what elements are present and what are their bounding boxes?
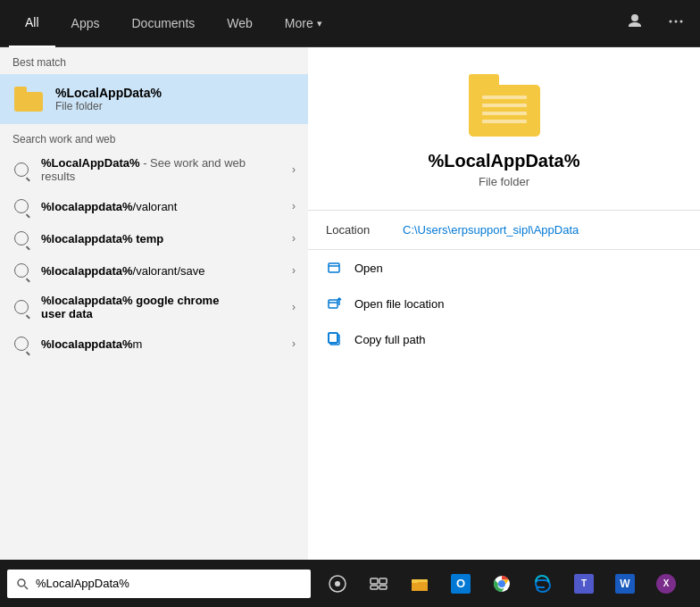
search-item-4[interactable]: %localappdata%/valorant/save › — [0, 254, 308, 287]
search-chevron-4: › — [292, 264, 296, 277]
tab-documents-label: Documents — [131, 16, 195, 30]
search-circle-icon-4 — [14, 263, 29, 278]
edge-button[interactable] — [523, 560, 562, 607]
tab-web[interactable]: Web — [211, 0, 269, 47]
location-label: Location — [326, 223, 388, 237]
right-panel: %LocalAppData% File folder Location C:\U… — [308, 47, 700, 607]
svg-rect-4 — [329, 300, 338, 308]
stripe-4 — [482, 120, 527, 123]
svg-line-9 — [25, 586, 29, 589]
search-icon-4 — [12, 262, 30, 279]
stripe-2 — [482, 104, 527, 107]
search-item-5[interactable]: %localappdata% google chromeuser data › — [0, 287, 308, 328]
tab-more-label: More — [285, 16, 313, 30]
top-nav: All Apps Documents Web More ▾ — [0, 0, 700, 47]
main-area: Best match %LocalAppData% File folder Se… — [0, 47, 700, 607]
more-chevron-icon: ▾ — [317, 18, 322, 29]
result-folder-back — [469, 85, 540, 137]
tab-all-label: All — [25, 15, 39, 29]
tab-apps[interactable]: Apps — [55, 0, 116, 47]
search-icon-2 — [12, 197, 30, 215]
svg-rect-15 — [379, 586, 387, 589]
search-item-2[interactable]: %localappdata%/valorant › — [0, 190, 308, 222]
result-subtitle: File folder — [479, 175, 529, 188]
best-match-folder-icon — [12, 83, 45, 115]
multidesktop-button[interactable] — [359, 560, 398, 607]
best-match-label: Best match — [0, 47, 308, 74]
tab-web-label: Web — [227, 16, 253, 30]
app-x-icon: X — [656, 574, 676, 594]
folder-back — [14, 92, 43, 112]
tab-documents[interactable]: Documents — [115, 0, 211, 47]
svg-rect-14 — [371, 586, 378, 589]
edge-icon — [533, 574, 553, 594]
action-open-file-location[interactable]: Open file location — [308, 286, 700, 321]
search-item-text-1: %LocalAppData% - See work and web result… — [41, 156, 281, 183]
svg-point-1 — [675, 20, 678, 22]
open-file-location-icon — [326, 295, 344, 312]
ellipsis-icon — [668, 13, 684, 29]
taskbar-search-icon — [16, 578, 29, 590]
svg-rect-18 — [412, 579, 418, 583]
teams-button[interactable]: T — [564, 560, 604, 607]
taskbar: %LocalAppData% — [0, 560, 700, 607]
action-copy-full-path[interactable]: Copy full path — [308, 321, 700, 357]
tab-all[interactable]: All — [9, 0, 55, 47]
location-path[interactable]: C:\Users\erpsupport_sipl\AppData — [403, 223, 579, 237]
tab-more[interactable]: More ▾ — [269, 0, 338, 47]
search-chevron-6: › — [292, 337, 296, 350]
user-icon-button[interactable] — [620, 10, 650, 37]
file-explorer-button[interactable] — [400, 560, 439, 607]
svg-point-0 — [670, 20, 672, 22]
search-normal-6: m — [133, 337, 143, 351]
search-icon-6 — [12, 335, 30, 353]
best-match-text: %LocalAppData% File folder — [55, 86, 162, 112]
taskview-button[interactable] — [318, 560, 357, 607]
search-highlight-3: %localappdata% — [41, 232, 133, 245]
search-highlight-1: %LocalAppData% — [41, 156, 140, 170]
open-icon — [326, 259, 344, 277]
search-item-3[interactable]: %localappdata% temp › — [0, 222, 308, 254]
outlook-icon: O — [451, 574, 471, 594]
search-icon-1 — [12, 161, 30, 179]
svg-rect-3 — [329, 263, 339, 272]
taskview-icon — [328, 574, 347, 594]
action-open[interactable]: Open — [308, 250, 700, 286]
search-circle-icon-2 — [14, 199, 29, 213]
svg-point-11 — [335, 581, 340, 586]
action-open-label: Open — [354, 262, 383, 275]
search-circle-icon — [14, 162, 29, 177]
search-chevron-5: › — [292, 301, 296, 313]
nav-right-icons — [620, 10, 691, 37]
search-chevron-2: › — [292, 200, 296, 212]
svg-point-8 — [18, 579, 25, 586]
search-circle-icon-3 — [14, 231, 29, 245]
search-item-text-3: %localappdata% temp — [41, 232, 281, 245]
teams-icon: T — [574, 574, 594, 594]
search-item-6[interactable]: %localappdata%m › — [0, 328, 308, 360]
result-folder-stripes — [482, 96, 527, 129]
outlook-button[interactable]: O — [441, 560, 480, 607]
word-button[interactable]: W — [605, 560, 645, 607]
search-normal-4: /valorant/save — [133, 264, 205, 278]
search-highlight-5: %localappdata% — [41, 294, 133, 307]
result-folder-icon — [469, 74, 540, 137]
search-item-1[interactable]: %LocalAppData% - See work and web result… — [0, 149, 308, 190]
search-normal-2: /valorant — [133, 200, 178, 213]
copy-full-path-icon — [326, 330, 344, 348]
taskbar-search[interactable]: %LocalAppData% — [7, 570, 311, 598]
word-icon: W — [615, 574, 635, 594]
search-icon-5 — [12, 298, 30, 316]
chrome-button[interactable] — [482, 560, 521, 607]
more-options-button[interactable] — [661, 10, 691, 37]
search-highlight-6: %localappdata% — [41, 337, 133, 351]
tab-apps-label: Apps — [71, 16, 100, 30]
location-row: Location C:\Users\erpsupport_sipl\AppDat… — [308, 211, 700, 249]
search-web-label: Search work and web — [0, 124, 308, 149]
chrome-icon — [492, 574, 512, 594]
search-highlight-2: %localappdata% — [41, 200, 133, 213]
best-match-item[interactable]: %LocalAppData% File folder — [0, 74, 308, 124]
app-x-button[interactable]: X — [646, 560, 686, 607]
multidesktop-icon — [369, 574, 388, 594]
file-explorer-icon — [410, 574, 429, 594]
